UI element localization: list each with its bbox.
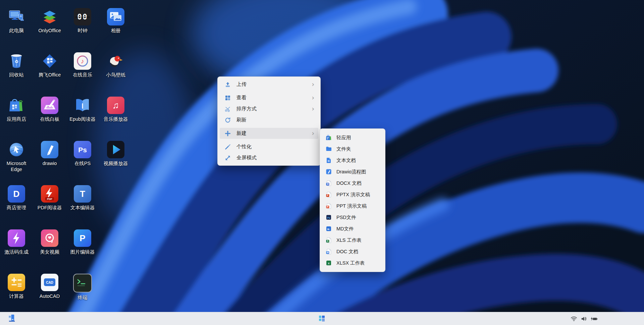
context-menu: 上传›查看›排序方式›刷新新建›个性化全屏模式 [217, 76, 321, 166]
text-file-icon [325, 157, 332, 164]
desktop-icon-pdf-reader[interactable]: PDFPDF阅读器 [34, 185, 65, 211]
chevron-right-icon: › [312, 81, 314, 88]
submenu-item-xlsx[interactable]: XXLSX 工作表 [320, 257, 385, 269]
submenu-item-xls[interactable]: XXLS 工作表 [320, 234, 385, 246]
chevron-right-icon: › [312, 130, 314, 137]
desktop-icon-online-music[interactable]: ♪在线音乐 [67, 52, 98, 78]
desktop-icon-bird-wallpaper[interactable]: 小鸟壁纸 [100, 52, 131, 78]
menu-item-view[interactable]: 查看› [220, 92, 318, 103]
flip-clock-icon: 00 [74, 8, 91, 25]
pdf-lightning-icon: PDF [41, 185, 58, 203]
desktop-icon-beauty-video[interactable]: 美女视频 [34, 229, 65, 255]
svg-text:X: X [327, 240, 329, 242]
submenu-item-md[interactable]: M↓MD文件 [320, 223, 385, 234]
menu-item-fullscreen[interactable]: 全屏模式 [220, 152, 318, 163]
volume-icon[interactable] [581, 316, 587, 322]
folder-icon [325, 146, 332, 152]
onlyoffice-layers-icon [41, 8, 58, 25]
text-editor-icon: T [74, 185, 91, 203]
taskbar-apps-button[interactable] [317, 314, 327, 324]
desktop-icon-drawio[interactable]: drawio [34, 141, 65, 166]
submenu-item-drawio-file[interactable]: Drawio流程图 [320, 166, 385, 177]
desktop-icon-image-editor[interactable]: P图片编辑器 [67, 229, 98, 255]
svg-text:Ps: Ps [327, 217, 330, 219]
desktop-icon-epub-reader[interactable]: Epub阅读器 [67, 97, 98, 122]
svg-text:P: P [327, 194, 329, 197]
desktop-icon-autocad[interactable]: CADAutoCAD [34, 274, 65, 299]
desktop-icon-recycle-bin[interactable]: ♻回收站 [1, 52, 32, 78]
chevron-right-icon: › [312, 95, 314, 101]
itunes-music-icon: ♪ [74, 52, 91, 70]
submenu-item-doc[interactable]: WDOC 文档 [320, 246, 385, 257]
start-button[interactable] [7, 313, 17, 324]
submenu-item-psd[interactable]: PsPSD文件 [320, 212, 385, 223]
new-plus-icon [224, 130, 231, 137]
battery-charging-icon[interactable] [590, 316, 598, 322]
submenu-item-folder[interactable]: 文件夹 [320, 143, 385, 155]
light-app-bag-icon [325, 134, 332, 141]
desktop-icon-album[interactable]: 相册 [100, 8, 131, 34]
desktop-screen: 此电脑OnlyOffice00时钟相册♻回收站腾飞Office♪在线音乐小鸟壁纸… [0, 0, 644, 325]
desktop-icon-video-player[interactable]: 视频播放器 [100, 141, 131, 166]
docx-icon: W [325, 180, 332, 186]
taskbar [0, 312, 644, 325]
svg-text:W: W [327, 251, 329, 254]
menu-item-personalize[interactable]: 个性化 [220, 141, 318, 152]
start-tower-icon [7, 314, 16, 324]
desktop-icon-this-pc[interactable]: 此电脑 [1, 8, 32, 34]
refresh-icon [224, 117, 231, 123]
upload-icon [224, 81, 231, 88]
chevron-right-icon: › [312, 106, 314, 112]
desktop-icon-clock[interactable]: 00时钟 [67, 8, 98, 34]
xls-icon: X [325, 237, 332, 243]
music-note-icon: ♫ [107, 97, 124, 114]
edge-globe-icon [8, 141, 25, 158]
desktop-icon-store-manager[interactable]: D商店管理 [1, 185, 32, 211]
desktop-icon-online-ps[interactable]: Ps在线PS [67, 141, 98, 166]
desktop-icon-calculator[interactable]: 计算器 [1, 274, 32, 299]
lightning-icon [8, 229, 25, 247]
submenu-item-docx[interactable]: WDOCX 文档 [320, 177, 385, 189]
ppt-icon: P [325, 203, 332, 209]
menu-item-refresh[interactable]: 刷新 [220, 114, 318, 125]
desktop-icon-edge[interactable]: Microsoft Edge [1, 141, 32, 172]
wifi-icon[interactable] [571, 316, 577, 322]
office-diamond-icon [41, 52, 58, 70]
desktop-icon-text-editor[interactable]: T文本编辑器 [67, 185, 98, 211]
svg-text:PDF: PDF [47, 198, 52, 201]
bird-icon [107, 52, 124, 70]
md-icon: M↓ [325, 225, 332, 232]
desktop-icon-keygen[interactable]: 激活码生成 [1, 229, 32, 255]
desktop-icon-terminal[interactable]: 终端 [67, 274, 98, 301]
pen-icon [41, 141, 58, 158]
terminal-icon [73, 274, 92, 292]
desktop-icon-onlyoffice[interactable]: OnlyOffice [34, 8, 65, 34]
store-manager-icon: D [8, 185, 25, 203]
submenu-item-light-app[interactable]: 轻应用 [320, 132, 385, 143]
whiteboard-pencil-icon [41, 97, 58, 114]
submenu-item-ppt[interactable]: PPPT 演示文稿 [320, 200, 385, 212]
image-editor-icon: P [74, 229, 91, 247]
svg-text:W: W [327, 183, 329, 185]
doc-icon: W [325, 248, 332, 255]
desktop-icon-music-player[interactable]: ♫音乐播放器 [100, 97, 131, 122]
fullscreen-arrows-icon [224, 155, 231, 161]
desktop-icon-app-store[interactable]: 应用商店 [1, 97, 32, 122]
menu-item-upload[interactable]: 上传› [220, 79, 318, 90]
calculator-icon [8, 274, 25, 291]
sort-scissors-icon [224, 106, 231, 112]
shopping-bag-icon [8, 97, 25, 114]
svg-text:♻: ♻ [14, 59, 18, 64]
new-submenu: 轻应用文件夹文本文档Drawio流程图WDOCX 文档PPPTX 演示文稿PPP… [320, 128, 385, 272]
menu-item-sort[interactable]: 排序方式› [220, 103, 318, 114]
xlsx-icon: X [325, 260, 332, 266]
menu-item-new[interactable]: 新建› [220, 128, 318, 139]
system-tray [571, 316, 598, 322]
submenu-item-pptx[interactable]: PPPTX 演示文稿 [320, 189, 385, 200]
autocad-icon: CAD [41, 274, 58, 291]
desktop-icon-tengfei-office[interactable]: 腾飞Office [34, 52, 65, 78]
recycle-bin-icon: ♻ [8, 52, 25, 70]
desktop-icon-whiteboard[interactable]: 在线白板 [34, 97, 65, 122]
submenu-item-text-file[interactable]: 文本文档 [320, 155, 385, 166]
view-grid-icon [224, 95, 231, 101]
